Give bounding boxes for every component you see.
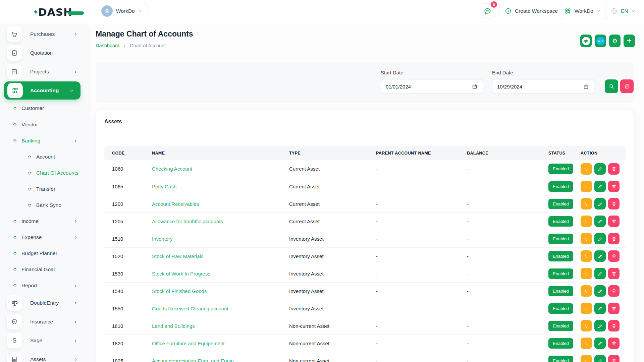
account-name-link[interactable]: Stock of Finished Goods bbox=[152, 288, 207, 294]
edit-button[interactable] bbox=[594, 268, 606, 279]
sidebar-item-bank-sync[interactable]: Bank Sync bbox=[0, 197, 91, 213]
delete-button[interactable] bbox=[608, 163, 620, 175]
delete-button[interactable] bbox=[608, 355, 620, 362]
activity-button[interactable] bbox=[581, 250, 592, 262]
account-name-link[interactable]: Office Furniture and Equipement bbox=[152, 341, 225, 346]
sidebar-item-quotation[interactable]: Quotation bbox=[0, 44, 91, 62]
activity-button[interactable] bbox=[581, 355, 592, 362]
activity-button[interactable] bbox=[581, 303, 592, 314]
start-date-input[interactable] bbox=[381, 79, 483, 94]
edit-button[interactable] bbox=[594, 233, 606, 244]
activity-button[interactable] bbox=[581, 181, 592, 192]
activity-button[interactable] bbox=[581, 198, 592, 209]
pulse-wave-icon bbox=[584, 201, 589, 207]
sidebar-item-transfer[interactable]: Transfer bbox=[0, 181, 91, 197]
delete-button[interactable] bbox=[608, 285, 620, 297]
sidebar-item-account[interactable]: Account bbox=[0, 149, 91, 165]
create-workspace-button[interactable]: Create Workspace bbox=[499, 3, 564, 19]
activity-button[interactable] bbox=[581, 233, 592, 244]
chevron-right-icon bbox=[73, 339, 78, 343]
activity-button[interactable] bbox=[581, 216, 592, 227]
activity-button[interactable] bbox=[581, 268, 592, 279]
sidebar-item-label: Insurance bbox=[30, 319, 53, 325]
end-date-input[interactable] bbox=[492, 79, 594, 94]
sidebar-item-assets[interactable]: Assets bbox=[0, 350, 91, 362]
create-workspace-label: Create Workspace bbox=[515, 8, 558, 14]
edit-button[interactable] bbox=[594, 355, 606, 362]
sidebar-item-customer[interactable]: Customer bbox=[0, 100, 91, 117]
delete-button[interactable] bbox=[608, 233, 620, 244]
account-name-link[interactable]: Land and Buildings bbox=[152, 323, 195, 329]
edit-button[interactable] bbox=[594, 250, 606, 262]
xero-button[interactable]: xero bbox=[595, 35, 606, 47]
account-name-link[interactable]: Checking Account bbox=[152, 166, 192, 172]
account-name-link[interactable]: Petty Cash bbox=[152, 184, 176, 189]
quickbooks-button[interactable]: qb bbox=[580, 35, 592, 47]
trash-icon bbox=[611, 271, 616, 276]
sidebar-item-expense[interactable]: Expense bbox=[0, 229, 91, 245]
sidebar-item-label: Expense bbox=[21, 234, 42, 240]
edit-button[interactable] bbox=[594, 163, 606, 175]
delete-button[interactable] bbox=[608, 303, 620, 314]
messages-button[interactable]: 0 bbox=[480, 3, 495, 19]
sidebar-item-label: Projects bbox=[30, 69, 49, 75]
workdo-menu[interactable]: WorkDo bbox=[559, 3, 606, 19]
account-name-link[interactable]: Inventory bbox=[152, 236, 173, 242]
edit-button[interactable] bbox=[594, 198, 606, 209]
delete-button[interactable] bbox=[608, 320, 620, 331]
sidebar-item-projects[interactable]: Projects bbox=[0, 62, 91, 81]
sidebar-item-vendor[interactable]: Vendor bbox=[0, 117, 91, 133]
search-button[interactable] bbox=[605, 79, 618, 93]
edit-button[interactable] bbox=[594, 303, 606, 314]
bullet-icon bbox=[13, 267, 17, 272]
edit-button[interactable] bbox=[594, 181, 606, 192]
delete-button[interactable] bbox=[608, 338, 620, 349]
brand-logo[interactable]: DASH bbox=[21, 6, 84, 18]
sidebar-item-income[interactable]: Income bbox=[0, 213, 91, 229]
reset-filter-button[interactable] bbox=[620, 79, 634, 93]
sidebar-item-banking[interactable]: Banking bbox=[0, 133, 91, 149]
activity-button[interactable] bbox=[581, 163, 592, 175]
edit-button[interactable] bbox=[594, 338, 606, 349]
calculator-icon bbox=[7, 352, 22, 362]
breadcrumb-dashboard-link[interactable]: Dashboard bbox=[96, 43, 119, 48]
delete-button[interactable] bbox=[608, 181, 620, 192]
account-balance: - bbox=[467, 213, 548, 230]
sidebar-item-doubleentry[interactable]: DoubleEntry bbox=[0, 294, 91, 312]
sidebar-item-accounting[interactable]: Accounting bbox=[4, 81, 80, 100]
letter-s-icon: S bbox=[7, 333, 22, 348]
account-balance: - bbox=[467, 282, 548, 300]
pencil-icon bbox=[598, 289, 603, 294]
sidebar-item-sage[interactable]: S Sage bbox=[0, 331, 91, 350]
sidebar-item-label: Income bbox=[21, 218, 39, 224]
sidebar-item-insurance[interactable]: Insurance bbox=[0, 312, 91, 331]
sidebar-item-financial-goal[interactable]: Financial Goal bbox=[0, 261, 91, 278]
delete-button[interactable] bbox=[608, 268, 620, 279]
account-name-link[interactable]: Goods Received Clearing account bbox=[152, 306, 228, 311]
delete-button[interactable] bbox=[608, 198, 620, 209]
sidebar-item-purchases[interactable]: Purchases bbox=[0, 25, 91, 44]
add-account-button[interactable]: + bbox=[624, 35, 635, 47]
edit-button[interactable] bbox=[594, 216, 606, 227]
account-name-link[interactable]: Stock of Work In Progress bbox=[152, 271, 210, 277]
account-name-link[interactable]: Account Receivables bbox=[152, 201, 199, 207]
workspace-switcher[interactable]: WorkDo bbox=[96, 3, 148, 19]
chevron-down-icon bbox=[597, 9, 601, 13]
account-name-link[interactable]: Accum.depreciation-Furn. and Equip bbox=[152, 358, 233, 362]
edit-button[interactable] bbox=[594, 320, 606, 331]
sidebar-item-chart-of-accounts[interactable]: Chart Of Accounts bbox=[0, 165, 91, 181]
sidebar-item-budget-planner[interactable]: Budget Planner bbox=[0, 245, 91, 261]
delete-button[interactable] bbox=[608, 216, 620, 227]
edit-button[interactable] bbox=[594, 285, 606, 297]
sidebar-item-report[interactable]: Report bbox=[0, 278, 91, 294]
settings-button[interactable]: ⚙ bbox=[609, 35, 621, 47]
account-name-link[interactable]: Allowance for doubtful accounts bbox=[152, 219, 223, 224]
account-name-link[interactable]: Stock of Raw Materials bbox=[152, 253, 203, 259]
activity-button[interactable] bbox=[581, 320, 592, 331]
delete-button[interactable] bbox=[608, 250, 620, 262]
activity-button[interactable] bbox=[581, 338, 592, 349]
row-actions bbox=[581, 268, 623, 279]
language-selector[interactable]: EN bbox=[605, 3, 641, 19]
activity-button[interactable] bbox=[581, 285, 592, 297]
clear-filter-icon bbox=[624, 84, 630, 89]
